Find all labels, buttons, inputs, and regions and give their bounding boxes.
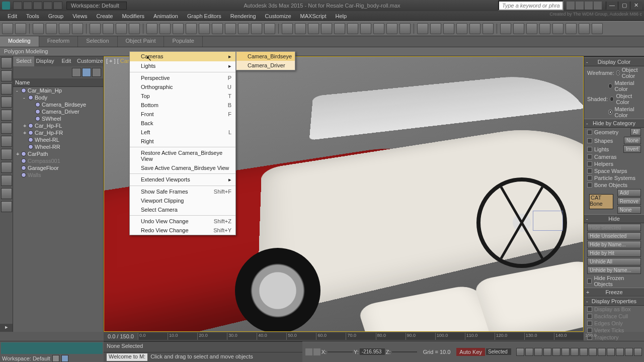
hide-unselected-button[interactable]: Hide Unselected	[587, 232, 641, 240]
playback-button[interactable]	[625, 348, 633, 356]
ribbon-tab[interactable]: Modeling	[0, 36, 39, 47]
menu-help[interactable]: Help	[331, 13, 352, 19]
checkbox[interactable]	[587, 161, 592, 166]
playback-button[interactable]	[607, 348, 615, 356]
toolbar-button[interactable]	[129, 23, 140, 34]
minimize-button[interactable]: —	[606, 2, 618, 10]
tree-item[interactable]: -Car_Main_Hp	[13, 87, 103, 94]
explorer-tab[interactable]: Display	[34, 56, 55, 66]
toolbar-button[interactable]	[399, 23, 411, 34]
explorer-tool-icon[interactable]	[82, 68, 91, 77]
star-icon[interactable]	[585, 2, 593, 10]
unhide-all-button[interactable]: Unhide All	[587, 258, 641, 265]
toolbar-button[interactable]	[592, 23, 603, 34]
explorer-tab[interactable]: Customize	[77, 56, 103, 66]
ribbon-tab[interactable]: Freeform	[39, 36, 78, 47]
checkbox[interactable]	[587, 147, 592, 152]
toolbar-button[interactable]	[186, 23, 197, 34]
tree-item[interactable]: +Car_Hp-FL	[13, 122, 103, 129]
toolbar-button[interactable]	[225, 23, 236, 34]
checkbox[interactable]	[587, 138, 592, 143]
toolbar-button[interactable]	[2, 23, 13, 34]
submenu-item[interactable]: Camera_Driver	[236, 61, 295, 70]
menu-item[interactable]: Extended Viewports▸	[130, 175, 235, 185]
toolbar-button[interactable]	[59, 23, 70, 34]
help-icon[interactable]	[594, 2, 602, 10]
menu-maxscript[interactable]: MAXScript	[296, 13, 331, 19]
toolbar-button[interactable]	[251, 23, 262, 34]
playback-button[interactable]	[534, 348, 542, 356]
menu-item[interactable]: Show Safe FramesShift+F	[130, 187, 235, 196]
toolbar-button[interactable]	[469, 23, 480, 34]
toolbar-button[interactable]	[173, 23, 184, 34]
none-button[interactable]: None	[617, 206, 641, 214]
toolbar-button[interactable]	[103, 23, 114, 34]
tree-item[interactable]: -Body	[13, 94, 103, 101]
menu-item[interactable]: Save Active Camera_Birdseye View	[130, 163, 235, 172]
y-field[interactable]: -216.953	[360, 348, 385, 355]
toolbar-button[interactable]	[46, 23, 57, 34]
filter-icon[interactable]	[1, 57, 12, 68]
menu-item[interactable]: Cameras▸	[130, 52, 235, 61]
invert-button[interactable]: Invert	[623, 145, 641, 153]
menu-edit[interactable]: Edit	[3, 13, 22, 19]
timeline-track[interactable]: 0.010.020.030.040.050.060.070.080.090.01…	[138, 333, 584, 340]
toolbar-button[interactable]	[159, 23, 171, 34]
menu-item[interactable]: FrontF	[130, 110, 235, 119]
menu-tools[interactable]: Tools	[22, 13, 44, 19]
tree-item[interactable]: Wheel-RR	[13, 143, 103, 150]
toolbar-button[interactable]	[456, 23, 467, 34]
playback-button[interactable]	[543, 348, 551, 356]
toolbar-button[interactable]	[539, 23, 550, 34]
radio[interactable]	[610, 97, 614, 102]
filter-icon[interactable]	[1, 162, 12, 173]
playback-button[interactable]	[598, 348, 606, 356]
explorer-tool-icon[interactable]	[92, 68, 101, 77]
playback-button[interactable]	[525, 348, 533, 356]
toolbar-button[interactable]	[295, 23, 306, 34]
menu-item[interactable]: Restore Active Camera_Birdseye View	[130, 148, 235, 163]
tree-item[interactable]: Camera_Driver	[13, 108, 103, 115]
autokey-button[interactable]: Auto Key	[456, 348, 485, 356]
tree-item[interactable]: Wheel-RL	[13, 136, 103, 143]
playback-button[interactable]	[580, 348, 588, 356]
rollout-header[interactable]: -Display Properties	[584, 297, 644, 306]
column-header[interactable]: Name	[13, 78, 103, 87]
ws-icon[interactable]	[61, 355, 68, 362]
toolbar-button[interactable]	[526, 23, 537, 34]
toolbar-button[interactable]	[430, 23, 441, 34]
playback-button[interactable]	[616, 348, 624, 356]
tree-item[interactable]: Camera_Birdseye	[13, 101, 103, 108]
toolbar-button[interactable]	[443, 23, 454, 34]
tree-item[interactable]: SWheel	[13, 115, 103, 122]
key-mode-selector[interactable]: Selected	[486, 348, 511, 355]
filter-icon[interactable]	[1, 97, 12, 108]
help-search-input[interactable]	[498, 1, 564, 11]
playback-button[interactable]	[561, 348, 570, 356]
info-icon[interactable]	[576, 2, 584, 10]
menu-item[interactable]: Redo View ChangeShift+Y	[130, 226, 235, 235]
none-button[interactable]: None	[624, 137, 641, 144]
unhide-by-name-button[interactable]: Unhide by Name...	[587, 266, 641, 274]
menu-views[interactable]: Views	[68, 13, 92, 19]
filter-icon[interactable]	[1, 188, 12, 199]
toolbar-button[interactable]	[360, 23, 371, 34]
menu-item[interactable]: Select Camera	[130, 205, 235, 214]
toolbar-icon[interactable]	[33, 2, 42, 10]
playback-button[interactable]	[571, 348, 579, 356]
menu-customize[interactable]: Customize	[261, 13, 296, 19]
menu-rendering[interactable]: Rendering	[226, 13, 261, 19]
filter-icon[interactable]	[1, 110, 12, 121]
timeline[interactable]: 0.0 / 150.0 0.010.020.030.040.050.060.07…	[104, 332, 584, 341]
toolbar-icon[interactable]	[53, 2, 62, 10]
toolbar-button[interactable]	[347, 23, 358, 34]
expand-icon[interactable]: ▸	[0, 324, 13, 332]
toolbar-button[interactable]	[482, 23, 494, 34]
toolbar-button[interactable]	[33, 23, 44, 34]
radio[interactable]	[616, 70, 620, 75]
lock-icon[interactable]	[305, 348, 312, 355]
toolbar-button[interactable]	[199, 23, 210, 34]
z-field[interactable]	[392, 351, 417, 352]
rollout-header[interactable]: -Hide	[584, 214, 644, 223]
menu-animation[interactable]: Animation	[149, 13, 183, 19]
